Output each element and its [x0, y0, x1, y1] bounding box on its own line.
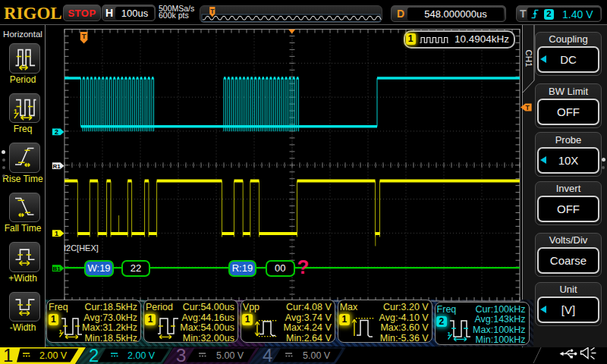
svg-text:2: 2 — [55, 128, 58, 136]
svg-text:3: 3 — [176, 347, 186, 364]
svg-text:1: 1 — [3, 347, 13, 364]
svg-text:1: 1 — [55, 230, 58, 237]
svg-text:5.00 V: 5.00 V — [216, 350, 244, 361]
svg-text:B1: B1 — [52, 265, 61, 272]
svg-text:R1: R1 — [52, 163, 61, 170]
svg-text:2: 2 — [89, 347, 99, 364]
svg-text:4: 4 — [263, 347, 272, 364]
svg-text:2.00 V: 2.00 V — [39, 350, 68, 361]
svg-text:T: T — [525, 104, 530, 111]
svg-text:T: T — [82, 32, 86, 40]
svg-text:2.00 V: 2.00 V — [127, 350, 156, 361]
svg-text:5.00 V: 5.00 V — [303, 350, 331, 361]
